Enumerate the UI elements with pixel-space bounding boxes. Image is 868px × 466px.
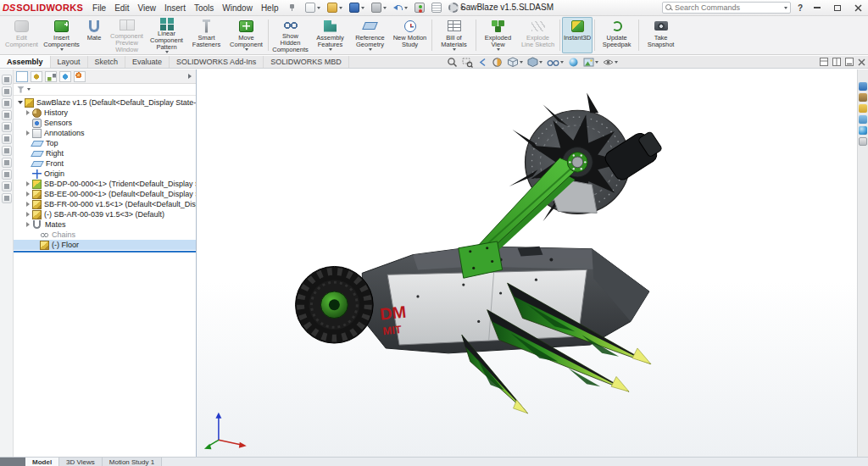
menu-file[interactable]: File — [88, 3, 110, 13]
file-properties-button[interactable] — [431, 3, 442, 13]
left-toolbar-icon-3[interactable] — [2, 98, 12, 108]
update-speedpak-button[interactable]: Update Speedpak — [597, 17, 637, 53]
reference-geometry-button[interactable]: Reference Geometry — [350, 17, 390, 53]
search-input[interactable] — [675, 3, 782, 12]
view-settings-button[interactable] — [603, 57, 618, 68]
pin-menu-icon[interactable] — [288, 3, 296, 12]
view-palette-icon[interactable] — [859, 115, 867, 124]
left-toolbar-icon-4[interactable] — [2, 110, 12, 120]
display-style-button[interactable] — [527, 57, 542, 68]
tree-item-assembly-root[interactable]: SawBlaze v1.5 (Default<Default_Display S… — [14, 97, 196, 108]
expand-arrow-icon[interactable] — [26, 191, 30, 197]
instant3d-button[interactable]: Instant3D — [562, 17, 593, 53]
smart-fasteners-button[interactable]: Smart Fasteners — [186, 17, 226, 53]
tab-assembly[interactable]: Assembly — [0, 56, 51, 68]
tree-item-front-plane[interactable]: Front — [14, 158, 196, 169]
view-orientation-button[interactable] — [507, 57, 523, 68]
tab-solidworks-mbd[interactable]: SOLIDWORKS MBD — [264, 56, 349, 68]
left-toolbar-icon-10[interactable] — [2, 181, 12, 191]
expand-arrow-icon[interactable] — [18, 101, 23, 104]
split-pane-horizontal-button[interactable] — [820, 58, 828, 68]
tree-item-sb-ar[interactable]: (-) SB-AR-00-039 v1.5<3> (Default) — [14, 209, 196, 219]
configurationmanager-tab-icon[interactable] — [45, 71, 57, 82]
dimxpertmanager-tab-icon[interactable] — [59, 71, 71, 82]
tree-item-floor[interactable]: (-) Floor — [14, 240, 196, 250]
insert-components-button[interactable]: Insert Components — [42, 17, 81, 53]
search-dropdown-caret-icon[interactable] — [784, 7, 787, 9]
displaymanager-tab-icon[interactable] — [74, 71, 86, 82]
exploded-view-button[interactable]: Exploded View — [478, 17, 518, 53]
menu-view[interactable]: View — [133, 3, 160, 13]
tree-item-sb-dp[interactable]: SB-DP-00-000<1> (Trident<Default_Display… — [14, 179, 196, 189]
tree-item-mates[interactable]: Mates — [14, 219, 196, 230]
tab-evaluate[interactable]: Evaluate — [125, 56, 170, 68]
tree-item-chains[interactable]: Chains — [14, 230, 196, 240]
propertymanager-tab-icon[interactable] — [31, 71, 42, 82]
tree-item-sb-ee[interactable]: SB-EE-00-000<1> (Default<Default_Display… — [14, 189, 196, 199]
left-toolbar-icon-8[interactable] — [2, 158, 12, 168]
left-toolbar-icon-9[interactable] — [2, 169, 12, 180]
tree-item-top-plane[interactable]: Top — [14, 138, 196, 148]
graphics-viewport[interactable]: DM MIT — [197, 69, 857, 457]
blade-hub[interactable] — [567, 153, 587, 173]
search-commands-box[interactable] — [662, 2, 791, 14]
expand-arrow-icon[interactable] — [26, 130, 30, 136]
tree-item-sb-fr[interactable]: SB-FR-00-000 v1.5<1> (Default<Default_Di… — [14, 199, 196, 209]
expand-arrow-icon[interactable] — [26, 181, 30, 186]
undo-button[interactable] — [393, 4, 408, 12]
file-explorer-icon[interactable] — [859, 104, 867, 113]
left-toolbar-icon-1[interactable] — [2, 75, 12, 85]
featuremanager-tab-icon[interactable] — [16, 71, 28, 82]
new-motion-study-button[interactable]: New Motion Study — [390, 17, 430, 53]
left-toolbar-icon-6[interactable] — [2, 134, 12, 144]
hide-show-items-button[interactable] — [547, 58, 564, 68]
orientation-triad[interactable] — [204, 413, 247, 449]
section-view-button[interactable] — [492, 57, 503, 68]
minimize-button[interactable] — [810, 2, 825, 14]
open-button[interactable] — [327, 3, 342, 13]
help-button[interactable]: ? — [796, 3, 804, 13]
linear-component-pattern-button[interactable]: Linear Component Pattern — [147, 17, 186, 53]
viewport-3d[interactable]: DM MIT — [197, 69, 857, 457]
left-toolbar-icon-11[interactable] — [2, 193, 12, 203]
mate-button[interactable]: Mate — [81, 17, 107, 53]
left-toolbar-icon-2[interactable] — [2, 86, 12, 97]
zoom-to-area-button[interactable] — [462, 57, 473, 68]
expand-arrow-icon[interactable] — [26, 202, 30, 207]
previous-view-button[interactable] — [477, 57, 487, 68]
design-library-icon[interactable] — [859, 93, 867, 102]
left-toolbar-icon-5[interactable] — [2, 122, 12, 132]
edit-appearance-button[interactable] — [568, 57, 579, 68]
assembly-features-button[interactable]: Assembly Features — [310, 17, 350, 53]
new-document-button[interactable] — [305, 3, 320, 13]
solidworks-resources-icon[interactable] — [859, 82, 867, 91]
show-hidden-components-button[interactable]: Show Hidden Components — [270, 17, 310, 53]
expand-arrow-icon[interactable] — [26, 222, 30, 227]
custom-properties-icon[interactable] — [859, 137, 867, 146]
tab-motion-study-1[interactable]: Motion Study 1 — [103, 458, 162, 466]
tree-item-right-plane[interactable]: Right — [14, 148, 196, 158]
edit-component-button[interactable]: Edit Component — [2, 17, 42, 53]
tree-item-origin[interactable]: Origin — [14, 169, 196, 179]
menu-tools[interactable]: Tools — [190, 3, 218, 13]
menu-window[interactable]: Window — [218, 3, 257, 13]
bill-of-materials-button[interactable]: Bill of Materials — [434, 17, 474, 53]
tree-item-annotations[interactable]: Annotations — [14, 128, 196, 138]
tab-3d-views[interactable]: 3D Views — [59, 458, 103, 466]
move-component-button[interactable]: Move Component — [226, 17, 266, 53]
front-panel[interactable] — [387, 269, 587, 345]
split-pane-vertical-button[interactable] — [832, 58, 841, 68]
menu-insert[interactable]: Insert — [160, 3, 190, 13]
panel-expand-chevron-icon[interactable] — [188, 74, 192, 79]
filter-funnel-icon[interactable] — [17, 86, 25, 93]
filter-caret-icon[interactable] — [27, 88, 31, 91]
menu-edit[interactable]: Edit — [110, 3, 133, 13]
collapse-pane-button[interactable] — [845, 58, 854, 68]
apply-scene-button[interactable] — [583, 57, 598, 68]
expand-arrow-icon[interactable] — [26, 110, 30, 115]
tab-layout[interactable]: Layout — [51, 56, 88, 68]
drive-wheel[interactable] — [296, 266, 374, 343]
tab-sketch[interactable]: Sketch — [88, 56, 126, 68]
restore-button[interactable] — [830, 2, 845, 14]
menu-help[interactable]: Help — [257, 3, 283, 13]
